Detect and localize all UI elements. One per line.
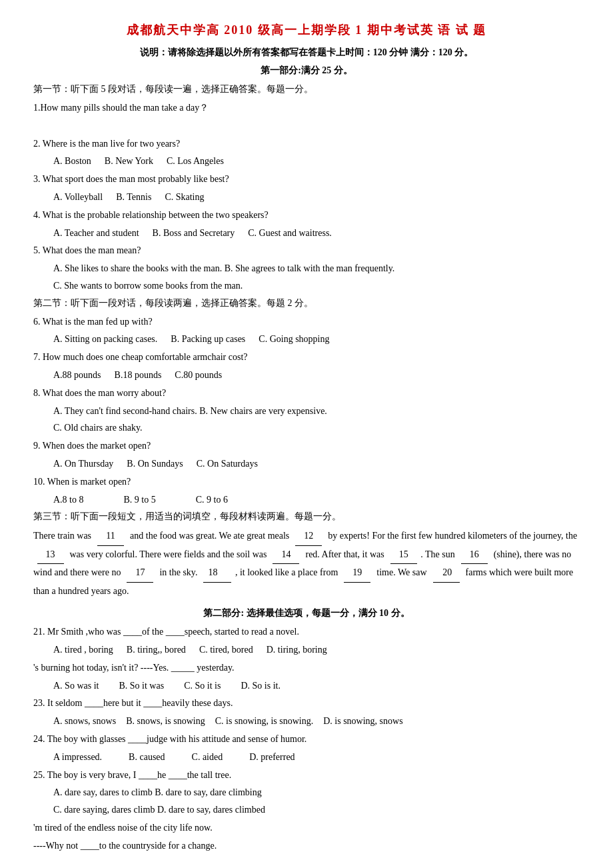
q2-options: A. Boston B. New York C. Los Angeles [53,153,580,169]
q21-opt-b: B. tiring,, bored [127,642,186,658]
question-6: 6. What is the man fed up with? [33,314,580,330]
q4-opt-a: A. Teacher and student [53,225,139,241]
q10-opt-c: C. 9 to 6 [196,492,228,508]
q24-opt-d: D. preferred [249,749,295,765]
q6-opt-a: A. Sitting on packing cases. [53,331,157,347]
question-25: 25. The boy is very brave, I ____he ____… [33,767,580,783]
q8-opt-ab: A. They can't find second-hand chairs. B… [53,403,580,419]
q2-opt-a: A. Boston [53,153,91,169]
q4-options: A. Teacher and student B. Boss and Secre… [53,225,580,241]
question-5: 5. What does the man mean? [33,243,580,259]
q7-opt-a: A.88 pounds [53,367,101,383]
q6-options: A. Sitting on packing cases. B. Packing … [53,331,580,347]
section2-instructions: 第二节：听下面一段对话，每段读两遍，选择正确答案。每题 2 分。 [33,295,580,311]
q23-opt-d: D. is snowing, snows [323,713,402,729]
question-7: 7. How much does one cheap comfortable a… [33,349,580,365]
question-26a: 'm tired of the endless noise of the cit… [33,820,580,836]
q4-opt-c: C. Guest and waitress. [248,225,332,241]
q9-opt-b: B. On Sundays [127,456,183,472]
q23-opt-b: B. snows, is snowing [126,713,205,729]
question-2: 2. Where is the man live for two years? [33,136,580,152]
question-4: 4. What is the probable relationship bet… [33,207,580,223]
q5-opt-ab: A. She likes to share the books with the… [53,261,580,277]
q2-opt-c: C. Los Angeles [167,153,224,169]
q7-opt-c: C.80 pounds [175,367,222,383]
question-8: 8. What does the man worry about? [33,385,580,401]
q7-opt-b: B.18 pounds [115,367,162,383]
q10-options: A.8 to 8 B. 9 to 5 C. 9 to 6 [53,492,580,508]
section1-instructions: 第一节：听下面 5 段对话，每段读一遍，选择正确答案。每题一分。 [33,81,580,97]
q24-options: A impressed. B. caused C. aided D. prefe… [53,749,580,765]
question-10: 10. When is market open? [33,474,580,490]
q22-opt-b: B. So it was [119,678,164,694]
q25-opt-ab: A. dare say, dares to climb B. dare to s… [53,785,580,801]
q22-options: A. So was it B. So it was C. So it is D.… [53,678,580,694]
q24-opt-a: A impressed. [53,749,102,765]
q25-opt-cd: C. dare saying, dares climb D. dare to s… [53,802,580,818]
q22-opt-c: C. So it is [184,678,221,694]
q3-opt-b: B. Tennis [116,189,151,205]
q10-opt-b: B. 9 to 5 [124,492,156,508]
q2-opt-b: B. New York [105,153,153,169]
q3-opt-a: A. Volleyball [53,189,103,205]
q9-options: A. On Thursday B. On Sundays C. On Satur… [53,456,580,472]
q3-opt-c: C. Skating [165,189,204,205]
q23-opt-c: C. is snowing, is snowing. [215,713,313,729]
q6-opt-c: C. Going shopping [259,331,329,347]
q9-opt-c: C. On Saturdays [197,456,258,472]
fill-paragraph: There train was 11 and the food was grea… [33,527,580,600]
q22-opt-d: D. So is it. [241,678,281,694]
q10-opt-a: A.8 to 8 [53,492,84,508]
note: 说明：请将除选择题以外所有答案都写在答题卡上时间：120 分钟 满分：120 分… [33,45,580,61]
q22-opt-a: A. So was it [53,678,99,694]
question-24: 24. The boy with glasses ____judge with … [33,731,580,747]
q23-options: A. snows, snows B. snows, is snowing C. … [53,713,580,729]
q9-opt-a: A. On Thursday [53,456,113,472]
q7-options: A.88 pounds B.18 pounds C.80 pounds [53,367,580,383]
q23-opt-a: A. snows, snows [53,713,116,729]
part2-header: 第二部分: 选择最佳选项，每题一分，满分 10 分。 [33,605,580,621]
q21-opt-a: A. tired , boring [53,642,113,658]
question-1: 1.How many pills should the man take a d… [33,100,580,116]
question-26b: ----Why not ____to the countryside for a… [33,838,580,854]
q8-opt-c: C. Old chairs are shaky. [53,420,580,436]
q24-opt-c: C. aided [192,749,223,765]
title: 成都航天中学高 2010 级高一上期学段 1 期中考试英 语 试 题 [33,20,580,41]
question-22: 's burning hot today, isn't it? ----Yes.… [33,660,580,676]
q4-opt-b: B. Boss and Secretary [153,225,235,241]
q6-opt-b: B. Packing up cases [171,331,245,347]
question-3: 3. What sport does the man most probably… [33,171,580,187]
q21-options: A. tired , boring B. tiring,, bored C. t… [53,642,580,658]
question-23: 23. It seldom ____here but it ____heavil… [33,695,580,711]
question-21: 21. Mr Smith ,who was ____of the ____spe… [33,624,580,640]
q24-opt-b: B. caused [129,749,165,765]
question-9: 9. When does the market open? [33,438,580,454]
q5-opt-c: C. She wants to borrow some books from t… [53,278,580,294]
section3-instructions: 第三节：听下面一段短文，用适当的词填空，每段材料读两遍。每题一分。 [33,509,580,525]
part1-header: 第一部分:满分 25 分。 [33,63,580,79]
q21-opt-c: C. tired, bored [199,642,253,658]
q3-options: A. Volleyball B. Tennis C. Skating [53,189,580,205]
q21-opt-d: D. tiring, boring [267,642,327,658]
